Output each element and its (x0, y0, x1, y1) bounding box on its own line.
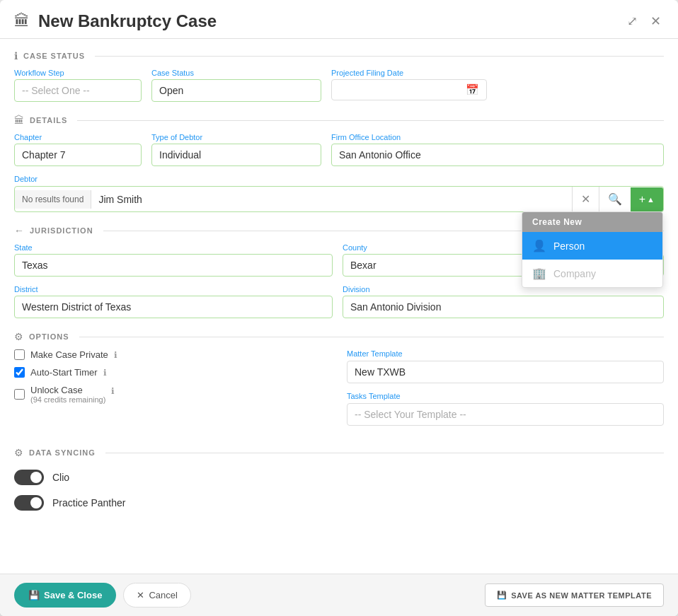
case-status-title: CASE STATUS (23, 52, 85, 60)
options-section: ⚙ OPTIONS Make Case Private ℹ Auto-Start… (14, 331, 664, 434)
sync-item-clio: Clio (14, 470, 664, 485)
close-button[interactable]: ✕ (648, 12, 664, 30)
divider (79, 337, 664, 337)
details-icon: 🏛 (14, 115, 24, 126)
chevron-up-icon: ▲ (647, 195, 655, 204)
details-fields-row1: Chapter Type of Debtor Firm Office Locat… (14, 133, 664, 166)
divider (77, 120, 664, 121)
case-status-fields: Workflow Step Case Status Projected Fili… (14, 69, 664, 102)
footer-left: 💾 Save & Close ✕ Cancel (14, 583, 191, 608)
make-private-label: Make Case Private (30, 349, 108, 360)
divider (105, 453, 664, 453)
unlock-info-icon[interactable]: ℹ (111, 386, 115, 396)
template-save-icon: 💾 (497, 591, 507, 600)
tasks-template-input[interactable] (347, 403, 664, 426)
options-left: Make Case Private ℹ Auto-Start Timer ℹ U… (14, 349, 347, 434)
sync-items: Clio Practice Panther (14, 465, 664, 515)
save-close-button[interactable]: 💾 Save & Close (14, 583, 116, 608)
sync-item-practice-panther: Practice Panther (14, 495, 664, 511)
practice-panther-label: Practice Panther (52, 497, 126, 509)
make-private-info-icon[interactable]: ℹ (114, 350, 117, 360)
jurisdiction-icon: ← (14, 225, 24, 236)
cancel-label: Cancel (149, 590, 177, 600)
details-section: 🏛 DETAILS Chapter Type of Debtor Firm Of… (14, 115, 664, 212)
cancel-button[interactable]: ✕ Cancel (123, 583, 190, 608)
company-icon: 🏢 (532, 267, 546, 280)
cancel-icon: ✕ (137, 590, 144, 600)
auto-start-info-icon[interactable]: ℹ (103, 368, 107, 378)
case-status-input[interactable] (151, 79, 321, 102)
workflow-step-field: Workflow Step (14, 69, 142, 102)
dropdown-company: 🏢 Company (522, 260, 662, 287)
state-input[interactable] (14, 254, 333, 277)
add-icon: + (639, 193, 645, 206)
firm-office-input[interactable] (331, 144, 664, 166)
debtor-search-button[interactable]: 🔍 (599, 187, 631, 211)
tasks-template-label: Tasks Template (347, 392, 664, 400)
debtor-actions: ✕ 🔍 + ▲ (572, 187, 663, 211)
modal-body: ℹ CASE STATUS Workflow Step Case Status … (0, 39, 678, 574)
case-status-field: Case Status (151, 69, 321, 102)
projected-filing-label: Projected Filing Date (331, 69, 487, 77)
projected-filing-value (339, 85, 342, 95)
debtor-add-button[interactable]: + ▲ (631, 187, 663, 211)
unlock-row: Unlock Case (94 credits remaining) ℹ (14, 385, 347, 404)
district-input[interactable] (14, 296, 333, 318)
create-new-dropdown: Create New 👤 Person 🏢 Company (522, 211, 663, 288)
practice-panther-toggle[interactable] (14, 495, 44, 511)
dropdown-person[interactable]: 👤 Person (522, 232, 662, 260)
debtor-input[interactable] (91, 189, 571, 210)
division-input[interactable] (343, 296, 664, 318)
clio-label: Clio (52, 472, 69, 483)
division-field: Division (343, 285, 664, 318)
save-template-label: SAVE AS NEW MATTER TEMPLATE (511, 591, 652, 600)
auto-start-row: Auto-Start Timer ℹ (14, 367, 347, 378)
debtor-no-results: No results found (15, 190, 91, 209)
workflow-step-input[interactable] (14, 79, 142, 102)
chapter-label: Chapter (14, 133, 142, 141)
make-private-row: Make Case Private ℹ (14, 349, 347, 360)
save-as-template-button[interactable]: 💾 SAVE AS NEW MATTER TEMPLATE (485, 583, 664, 607)
auto-start-label: Auto-Start Timer (30, 367, 98, 378)
matter-template-input[interactable] (347, 361, 664, 383)
header-icons: ⤢ ✕ (624, 12, 664, 30)
modal-title-wrap: 🏛 New Bankruptcy Case (14, 11, 217, 31)
data-syncing-section: ⚙ DATA SYNCING Clio Practi (14, 447, 664, 515)
modal-title: New Bankruptcy Case (38, 11, 217, 31)
data-syncing-title: DATA SYNCING (29, 448, 96, 457)
chapter-input[interactable] (14, 144, 142, 166)
company-label: Company (553, 268, 596, 279)
dropdown-header: Create New (522, 212, 662, 232)
info-icon: ℹ (14, 50, 18, 62)
state-label: State (14, 243, 333, 252)
modal-footer: 💾 Save & Close ✕ Cancel 💾 SAVE AS NEW MA… (0, 574, 678, 616)
options-title: OPTIONS (29, 332, 69, 341)
jurisdiction-fields-row2: District Division (14, 285, 664, 318)
clio-toggle[interactable] (14, 470, 44, 485)
firm-office-label: Firm Office Location (331, 133, 664, 141)
type-of-debtor-input[interactable] (151, 144, 321, 166)
matter-template-label: Matter Template (347, 349, 664, 358)
divider (95, 56, 664, 57)
bank-icon: 🏛 (14, 12, 30, 30)
jurisdiction-title: JURISDICTION (30, 226, 93, 235)
district-field: District (14, 285, 333, 318)
details-header: 🏛 DETAILS (14, 115, 664, 126)
unlock-checkbox[interactable] (14, 389, 25, 400)
expand-button[interactable]: ⤢ (624, 12, 640, 30)
case-status-section: ℹ CASE STATUS Workflow Step Case Status … (14, 50, 664, 102)
matter-template-field: Matter Template (347, 349, 664, 383)
person-label: Person (553, 240, 585, 252)
calendar-button[interactable]: 📅 (466, 83, 479, 96)
unlock-sub-text: (94 credits remaining) (30, 395, 105, 404)
debtor-row: No results found ✕ 🔍 + ▲ Create New (14, 186, 664, 212)
new-bankruptcy-modal: 🏛 New Bankruptcy Case ⤢ ✕ ℹ CASE STATUS … (0, 0, 678, 616)
make-private-checkbox[interactable] (14, 349, 25, 360)
options-right: Matter Template Tasks Template (347, 349, 664, 434)
debtor-clear-button[interactable]: ✕ (572, 187, 599, 211)
person-icon: 👤 (532, 239, 546, 252)
save-icon: 💾 (28, 590, 40, 600)
gear-icon: ⚙ (14, 331, 23, 342)
firm-office-field: Firm Office Location (331, 133, 664, 166)
auto-start-checkbox[interactable] (14, 367, 25, 378)
